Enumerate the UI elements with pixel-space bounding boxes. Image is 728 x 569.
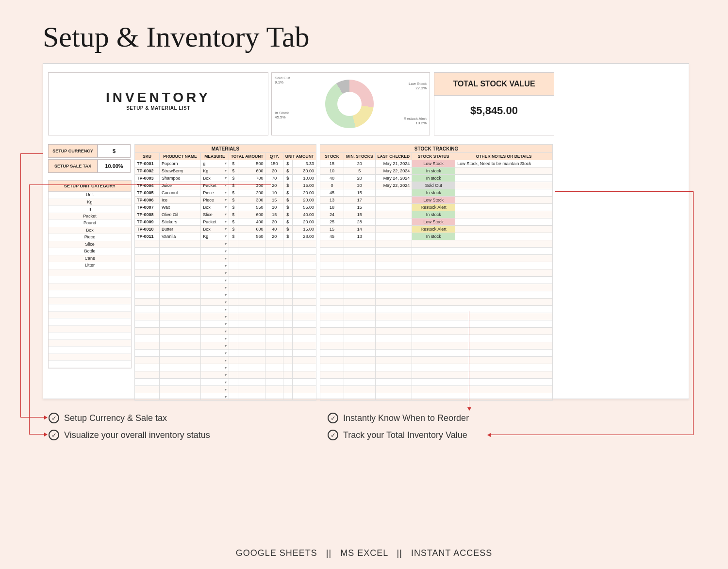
chevron-down-icon[interactable]: ▾ [225, 190, 227, 195]
table-row[interactable]: TP-0007WaxBox▾$55010$55.00 [135, 204, 316, 211]
table-row[interactable]: TP-0009StickersPacket▾$40020$20.00 [135, 218, 316, 226]
chevron-down-icon[interactable]: ▾ [225, 307, 227, 312]
table-row[interactable]: ▾ [135, 357, 316, 364]
table-row[interactable] [320, 328, 553, 335]
chevron-down-icon[interactable]: ▾ [225, 322, 227, 326]
table-row[interactable]: 1514Restock Alert [320, 226, 553, 233]
table-row[interactable]: ▾ [135, 306, 316, 313]
table-row[interactable]: ▾ [135, 328, 316, 335]
table-row[interactable]: TP-0002StrawBerryKg▾$60020$30.00 [135, 167, 316, 175]
table-row[interactable]: ▾ [135, 255, 316, 262]
table-row[interactable]: TP-0001Popcorng▾$500150$3.33 [135, 160, 316, 167]
table-row[interactable]: ▾ [135, 284, 316, 291]
chevron-down-icon[interactable]: ▾ [225, 227, 227, 231]
chevron-down-icon[interactable]: ▾ [225, 168, 227, 173]
table-row[interactable]: TP-0006IcePiece▾$30015$20.00 [135, 197, 316, 204]
chevron-down-icon[interactable]: ▾ [225, 234, 227, 238]
table-row[interactable]: ▾ [135, 262, 316, 269]
table-row[interactable]: TP-0004JuicePacket▾$30020$15.00 [135, 182, 316, 189]
table-row[interactable] [320, 248, 553, 255]
table-row[interactable] [320, 277, 553, 284]
table-row[interactable]: ▾ [135, 350, 316, 357]
chevron-down-icon[interactable]: ▾ [225, 344, 227, 348]
chevron-down-icon[interactable]: ▾ [225, 242, 227, 246]
table-row[interactable]: ▾ [135, 342, 316, 350]
table-row[interactable]: ▾ [135, 364, 316, 371]
table-row[interactable]: ▾ [135, 269, 316, 277]
unit-category-item[interactable]: Pound [49, 220, 131, 227]
table-row[interactable]: ▾ [135, 335, 316, 342]
chevron-down-icon[interactable]: ▾ [225, 256, 227, 261]
materials-table[interactable]: MATERIALS SKU PRODUCT NAME MEASURE TOTAL… [134, 144, 316, 401]
chevron-down-icon[interactable]: ▾ [225, 205, 227, 209]
unit-category-empty[interactable] [49, 333, 131, 340]
table-row[interactable] [320, 386, 553, 393]
table-row[interactable] [320, 357, 553, 364]
unit-category-empty[interactable] [49, 290, 131, 298]
chevron-down-icon[interactable]: ▾ [225, 395, 227, 399]
table-row[interactable] [320, 269, 553, 277]
unit-category-empty[interactable] [49, 340, 131, 347]
unit-category-item[interactable]: Kg [49, 199, 131, 206]
unit-category-empty[interactable] [49, 269, 131, 277]
chevron-down-icon[interactable]: ▾ [225, 366, 227, 370]
unit-category-item[interactable]: Packet [49, 213, 131, 220]
table-row[interactable]: 4020May 24, 2024In stock [320, 175, 553, 182]
unit-category-empty[interactable] [49, 276, 131, 284]
chevron-down-icon[interactable]: ▾ [225, 329, 227, 334]
table-row[interactable] [320, 364, 553, 371]
table-row[interactable]: 1317Low Stock [320, 197, 553, 204]
chevron-down-icon[interactable]: ▾ [225, 271, 227, 275]
unit-category-item[interactable]: Bottle [49, 248, 131, 255]
chevron-down-icon[interactable]: ▾ [225, 358, 227, 363]
table-row[interactable] [320, 371, 553, 379]
unit-category-empty[interactable] [49, 298, 131, 305]
chevron-down-icon[interactable]: ▾ [225, 161, 227, 166]
unit-category-empty[interactable] [49, 304, 131, 312]
unit-category-item[interactable]: Piece [49, 234, 131, 241]
chevron-down-icon[interactable]: ▾ [225, 351, 227, 355]
table-row[interactable]: 105May 22, 2024In stock [320, 167, 553, 175]
table-row[interactable]: TP-0003ShampooBox▾$70070$10.00 [135, 175, 316, 182]
table-row[interactable] [320, 299, 553, 306]
table-row[interactable]: TP-0010ButterBox▾$60040$15.00 [135, 226, 316, 233]
table-row[interactable] [320, 240, 553, 248]
table-row[interactable] [320, 320, 553, 328]
stock-tracking-table[interactable]: STOCK TRACKING STOCK MIN. STOCKS LAST CH… [320, 144, 553, 401]
setup-currency-cell[interactable]: $ [98, 144, 131, 158]
chevron-down-icon[interactable]: ▾ [225, 373, 227, 377]
table-row[interactable] [320, 393, 553, 401]
table-row[interactable] [320, 255, 553, 262]
unit-category-empty[interactable] [49, 347, 131, 354]
unit-category-empty[interactable] [49, 284, 131, 291]
table-row[interactable] [320, 284, 553, 291]
table-row[interactable] [320, 335, 553, 342]
chevron-down-icon[interactable]: ▾ [225, 183, 227, 187]
unit-category-item[interactable]: Unit [49, 192, 131, 199]
table-row[interactable]: ▾ [135, 386, 316, 393]
table-row[interactable]: 2415In stock [320, 211, 553, 218]
table-row[interactable]: TP-0008Olive OilSlice▾$60015$40.00 [135, 211, 316, 218]
table-row[interactable]: ▾ [135, 240, 316, 248]
unit-category-item[interactable]: g [49, 206, 131, 213]
unit-category-item[interactable]: Box [49, 227, 131, 234]
table-row[interactable]: ▾ [135, 371, 316, 379]
table-row[interactable]: TP-0011VannilaKg▾$56020$28.00 [135, 233, 316, 240]
chevron-down-icon[interactable]: ▾ [225, 387, 227, 392]
table-row[interactable]: ▾ [135, 299, 316, 306]
table-row[interactable] [320, 262, 553, 269]
chevron-down-icon[interactable]: ▾ [225, 219, 227, 224]
chevron-down-icon[interactable]: ▾ [225, 300, 227, 304]
chevron-down-icon[interactable]: ▾ [225, 264, 227, 268]
chevron-down-icon[interactable]: ▾ [225, 176, 227, 180]
table-row[interactable]: 1520May 21, 2024Low StockLow Stock, Need… [320, 160, 553, 167]
table-row[interactable]: TP-0005CoconutPiece▾$20010$20.00 [135, 189, 316, 197]
unit-category-item[interactable]: Litter [49, 262, 131, 269]
table-row[interactable] [320, 342, 553, 350]
table-row[interactable]: 1815Restock Alert [320, 204, 553, 211]
unit-category-empty[interactable] [49, 361, 131, 368]
table-row[interactable] [320, 291, 553, 299]
table-row[interactable]: ▾ [135, 248, 316, 255]
chevron-down-icon[interactable]: ▾ [225, 336, 227, 341]
chevron-down-icon[interactable]: ▾ [225, 293, 227, 297]
